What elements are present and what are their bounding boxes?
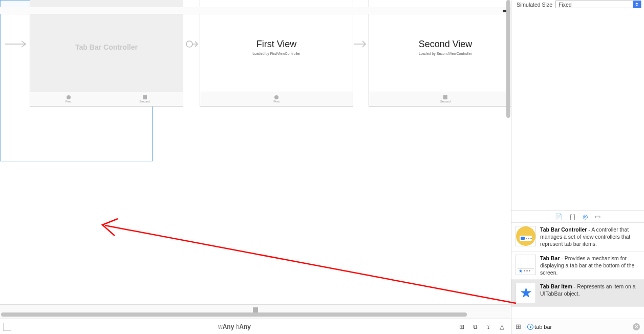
scrollbar-thumb[interactable] xyxy=(1,312,467,317)
tab-bar-icon: ★ xyxy=(516,255,536,275)
library-tabs: 📄 { } ◎ ▭ xyxy=(511,211,644,223)
outline-toggle-button[interactable] xyxy=(3,323,11,331)
canvas-vertical-scrollbar[interactable] xyxy=(506,0,511,318)
simulated-size-select[interactable]: Fixed xyxy=(555,1,641,8)
simulated-size-label: Simulated Size xyxy=(517,2,552,8)
entry-point-arrow xyxy=(5,39,31,49)
storyboard-canvas[interactable]: Tab Bar Controller First Second First Vi… xyxy=(0,0,511,319)
object-library-tab-icon[interactable]: ◎ xyxy=(583,213,588,220)
code-snippets-tab-icon[interactable]: { } xyxy=(570,213,575,220)
scrollbar-thumb[interactable] xyxy=(506,0,510,118)
inspector-body-blank xyxy=(511,9,644,211)
square-icon xyxy=(443,95,447,99)
scene-first-view[interactable]: First View Loaded by FirstViewController… xyxy=(200,0,353,107)
segue-to-second[interactable] xyxy=(354,39,370,49)
grid-view-toggle-icon[interactable]: ⊞ xyxy=(516,323,521,330)
second-view-title: Second View xyxy=(369,39,511,50)
size-class-control[interactable]: wAny hAny xyxy=(11,323,458,330)
tab-bar: First Second xyxy=(30,92,183,106)
autolayout-tools: ⊞ ⧉ ⟟ △ xyxy=(458,323,511,331)
tab-bar-controller-icon xyxy=(516,226,536,246)
library-search-input[interactable] xyxy=(524,322,630,331)
tab-item-second[interactable]: Second xyxy=(106,92,183,106)
canvas-horizontal-scrollbar[interactable] xyxy=(1,311,509,318)
second-view-subtitle: Loaded by SecondViewController xyxy=(369,52,511,55)
square-icon xyxy=(143,95,147,99)
resolve-icon[interactable]: △ xyxy=(498,323,506,331)
library-search[interactable] xyxy=(524,322,630,331)
scene-tab-bar-controller[interactable]: Tab Bar Controller First Second xyxy=(30,0,183,107)
simulated-size-row: Simulated Size Fixed xyxy=(511,0,644,9)
tab-bar-controller-label: Tab Bar Controller xyxy=(30,43,183,51)
stop-filter-icon xyxy=(527,324,533,330)
clear-search-button[interactable]: ✕ xyxy=(633,323,640,330)
first-view-subtitle: Loaded by FirstViewController xyxy=(200,52,353,55)
second-view-tabbar: Second xyxy=(369,92,511,106)
library-item-tab-bar-controller[interactable]: Tab Bar Controller - A controller that m… xyxy=(511,223,644,252)
svg-point-1 xyxy=(186,41,192,47)
inspector-panel: Simulated Size Fixed 📄 { } ◎ ▭ Tab Bar C… xyxy=(511,0,644,334)
library-filter-bar: ⊞ ✕ xyxy=(511,319,644,334)
media-library-tab-icon[interactable]: ▭ xyxy=(595,213,600,220)
circle-icon xyxy=(274,95,278,99)
pin-icon[interactable]: ⟟ xyxy=(484,323,492,331)
tab-item-first[interactable]: First xyxy=(30,92,106,106)
status-bar xyxy=(0,7,511,14)
object-library-list[interactable]: Tab Bar Controller - A controller that m… xyxy=(511,223,644,319)
file-templates-tab-icon[interactable]: 📄 xyxy=(555,213,563,220)
align-icon[interactable]: ⧉ xyxy=(471,323,479,331)
library-item-tab-bar-item[interactable]: ★ Tab Bar Item - Represents an item on a… xyxy=(511,280,644,307)
editor-bottom-bar: wAny hAny ⊞ ⧉ ⟟ △ xyxy=(0,319,511,334)
scene-second-view[interactable]: Second View Loaded by SecondViewControll… xyxy=(369,0,511,107)
segue-to-first[interactable] xyxy=(184,39,200,49)
stack-icon[interactable]: ⊞ xyxy=(458,323,466,331)
circle-icon xyxy=(67,95,71,99)
tab-bar-item-icon: ★ xyxy=(516,283,536,303)
chevron-updown-icon xyxy=(633,1,641,8)
first-view-title: First View xyxy=(200,39,353,50)
first-view-tabbar: First xyxy=(200,92,353,106)
library-item-tab-bar[interactable]: ★ Tab Bar - Provides a mechanism for dis… xyxy=(511,252,644,280)
